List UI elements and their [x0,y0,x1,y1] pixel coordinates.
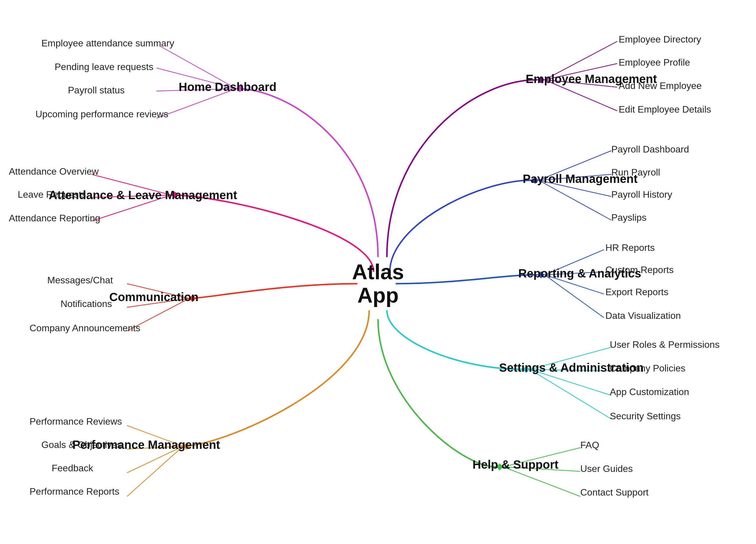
leaf-rep-1: HR Reports [605,242,655,253]
leaf-home-2: Pending leave requests [55,61,153,72]
app-title-line1: Atlas [352,260,404,284]
leaf-emp-1: Employee Directory [619,34,701,45]
svg-line-22 [127,446,183,496]
leaf-att-3: Attendance Reporting [9,213,100,224]
leaf-comm-3: Company Announcements [30,323,140,334]
leaf-set-2: Company Policies [610,363,685,374]
leaf-pay-2: Run Payroll [611,167,660,178]
leaf-home-1: Employee attendance summary [41,38,174,49]
svg-line-30 [539,180,611,220]
branch-help: Help & Support [473,458,558,471]
leaf-help-2: User Guides [580,463,633,474]
leaf-help-3: Contact Support [580,487,649,498]
branch-communication: Communication [109,291,198,304]
branch-home: Home Dashboard [179,80,276,94]
leaf-emp-3: Add New Employee [619,80,702,91]
leaf-emp-4: Edit Employee Details [619,104,711,115]
leaf-home-3: Payroll status [68,85,125,96]
svg-line-38 [530,369,611,419]
leaf-set-4: Security Settings [610,411,681,422]
leaf-pay-4: Payslips [611,212,646,223]
leaf-perf-1: Performance Reviews [30,416,122,427]
app-title-line2: App [357,284,399,307]
leaf-comm-2: Notifications [61,299,112,310]
mindmap-container: Atlas App Home Dashboard Employee attend… [0,0,756,544]
leaf-pay-1: Payroll Dashboard [611,144,689,155]
leaf-perf-2: Goals & Objectives [41,439,122,450]
leaf-rep-2: Custom Reports [605,264,674,276]
leaf-help-1: FAQ [580,440,599,451]
leaf-comm-1: Messages/Chat [47,275,113,286]
leaf-emp-2: Employee Profile [619,57,690,68]
leaf-att-2: Leave Requests [18,189,86,200]
center-node: Atlas App [352,260,404,307]
leaf-perf-3: Feedback [52,463,93,474]
leaf-home-4: Upcoming performance reviews [35,109,168,120]
leaf-set-1: User Roles & Permissions [610,339,720,350]
leaf-rep-4: Data Visualization [605,310,681,321]
svg-line-41 [503,467,580,496]
leaf-pay-3: Payroll History [611,189,672,200]
svg-line-34 [545,275,604,318]
leaf-att-1: Attendance Overview [9,166,99,177]
leaf-rep-3: Export Reports [605,287,668,298]
leaf-perf-4: Performance Reports [30,486,119,497]
leaf-set-3: App Customization [610,387,689,398]
